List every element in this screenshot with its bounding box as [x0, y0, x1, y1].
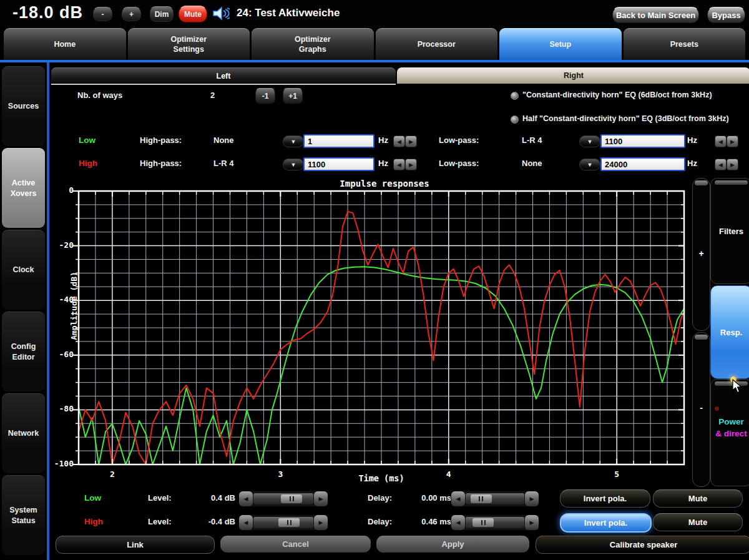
- horn-eq-radio-1[interactable]: [511, 92, 519, 100]
- low-pass-type-dropdown[interactable]: ▼: [579, 159, 600, 170]
- x-axis-label: Time (ms): [358, 473, 404, 483]
- x-tick-label: 3: [273, 469, 288, 479]
- calibrate-speaker-button[interactable]: Calibrate speaker: [536, 536, 749, 554]
- filters-view-button[interactable]: Filters: [710, 178, 749, 284]
- main-tab-bar: Home Optimizer Settings Optimizer Graphs…: [4, 28, 745, 60]
- sidebar-item-clock[interactable]: Clock: [2, 230, 45, 310]
- slider-track[interactable]: [466, 493, 524, 504]
- mute-button[interactable]: Mute: [179, 6, 207, 22]
- graph-zoom-track-lower[interactable]: -: [692, 332, 710, 487]
- sidebar-item-sources[interactable]: Sources: [2, 66, 45, 146]
- zoom-knob[interactable]: [695, 180, 708, 185]
- delay-slider-low[interactable]: ◀ ▶: [451, 491, 539, 507]
- response-view-button[interactable]: Resp.: [710, 285, 749, 379]
- tab-presets[interactable]: Presets: [624, 28, 746, 60]
- high-pass-freq-input[interactable]: [303, 134, 374, 148]
- apply-button[interactable]: Apply: [376, 536, 529, 553]
- y-tick-label: -60: [46, 350, 74, 359]
- slider-handle[interactable]: [471, 494, 492, 503]
- channel-tab-right[interactable]: Right: [397, 67, 749, 84]
- bypass-button[interactable]: Bypass: [707, 7, 745, 23]
- slider-arrow-left[interactable]: ◀: [239, 515, 253, 530]
- chart-title: Impulse responses: [269, 179, 500, 189]
- slider-arrow-left[interactable]: ◀: [239, 491, 253, 506]
- slider-arrow-left[interactable]: ◀: [451, 515, 465, 530]
- status-led: [715, 406, 719, 411]
- sidebar-item-network[interactable]: Network: [2, 393, 45, 473]
- channel-tab-left[interactable]: Left: [51, 67, 396, 85]
- slider-track[interactable]: [253, 493, 313, 504]
- low-pass-type-value: L-R 4: [522, 135, 542, 145]
- hp-freq-step-up[interactable]: ▶: [405, 135, 417, 147]
- slider-track[interactable]: [466, 517, 524, 528]
- hz-unit-label: Hz: [378, 135, 388, 145]
- delay-label: Delay:: [368, 493, 392, 503]
- lp-freq-step-down[interactable]: ◀: [715, 135, 727, 147]
- sidebar-item-system-status[interactable]: System Status: [2, 475, 45, 555]
- level-value: -0.4 dB: [180, 517, 235, 526]
- low-pass-label: Low-pass:: [439, 135, 479, 145]
- invert-polarity-button-low[interactable]: Invert pola.: [560, 489, 650, 508]
- back-to-main-screen-button[interactable]: Back to Main Screen: [612, 7, 699, 23]
- ways-decrement-button[interactable]: -1: [255, 88, 275, 104]
- level-row-high: High Level: -0.4 dB ◀ ▶ Delay: 0.46 ms ◀…: [49, 514, 749, 530]
- speaker-icon: [212, 6, 230, 21]
- zoom-in-label[interactable]: +: [693, 248, 710, 258]
- sidebar-item-config-editor[interactable]: Config Editor: [2, 312, 45, 391]
- mute-button-high[interactable]: Mute: [653, 513, 743, 531]
- y-tick-label: -100: [46, 459, 74, 468]
- slider-track[interactable]: [253, 517, 313, 528]
- hp-freq-step-down[interactable]: ◀: [393, 135, 405, 147]
- slider-arrow-right[interactable]: ▶: [525, 491, 539, 506]
- lp-freq-step-up[interactable]: ▶: [727, 159, 738, 170]
- slider-arrow-right[interactable]: ▶: [314, 491, 328, 506]
- horn-eq-radio-2[interactable]: [511, 115, 519, 124]
- volume-up-button[interactable]: +: [122, 7, 141, 21]
- volume-down-button[interactable]: -: [93, 7, 112, 21]
- low-pass-type-value: None: [522, 159, 542, 168]
- sidebar-item-active-xovers[interactable]: Active Xovers: [2, 148, 45, 228]
- low-pass-type-dropdown[interactable]: ▼: [579, 135, 600, 147]
- tab-processor[interactable]: Processor: [376, 28, 498, 60]
- ways-increment-button[interactable]: +1: [283, 88, 303, 104]
- invert-polarity-button-high[interactable]: Invert pola.: [560, 513, 652, 533]
- high-pass-type-dropdown[interactable]: ▼: [283, 135, 304, 147]
- dim-button[interactable]: Dim: [150, 6, 174, 22]
- graph-zoom-track-upper[interactable]: +: [692, 178, 710, 331]
- tab-optimizer-settings[interactable]: Optimizer Settings: [128, 28, 250, 60]
- high-pass-type-value: None: [213, 135, 234, 145]
- tab-home[interactable]: Home: [4, 28, 126, 60]
- link-button[interactable]: Link: [56, 536, 215, 554]
- high-pass-type-dropdown[interactable]: ▼: [283, 159, 304, 170]
- zoom-out-label[interactable]: -: [693, 403, 710, 413]
- lp-freq-step-up[interactable]: ▶: [727, 135, 738, 147]
- slider-handle[interactable]: [472, 518, 494, 527]
- x-tick-label: 2: [105, 469, 120, 479]
- slider-handle[interactable]: [278, 518, 300, 527]
- level-slider-high[interactable]: ◀ ▶: [238, 514, 328, 531]
- low-pass-freq-input[interactable]: [600, 134, 685, 148]
- high-pass-label: High-pass:: [140, 159, 182, 168]
- preset-title: 24: Test Aktivweiche: [237, 7, 340, 19]
- zoom-knob[interactable]: [695, 335, 708, 340]
- hp-freq-step-down[interactable]: ◀: [393, 159, 405, 170]
- delay-value: 0.00 ms: [403, 493, 451, 503]
- slider-arrow-right[interactable]: ▶: [314, 515, 328, 530]
- cancel-button[interactable]: Cancel: [220, 536, 371, 553]
- power-direct-view-button[interactable]: Power & direct: [710, 379, 749, 486]
- tab-setup[interactable]: Setup: [499, 28, 622, 60]
- slider-arrow-right[interactable]: ▶: [525, 515, 539, 530]
- hp-freq-step-up[interactable]: ▶: [405, 159, 417, 170]
- y-tick-label: -20: [46, 240, 74, 250]
- direct-label: & direct: [715, 428, 747, 440]
- tab-optimizer-graphs[interactable]: Optimizer Graphs: [252, 28, 374, 60]
- mute-button-low[interactable]: Mute: [653, 489, 743, 508]
- low-pass-freq-input[interactable]: [600, 157, 685, 171]
- slider-handle[interactable]: [281, 494, 302, 503]
- slider-arrow-left[interactable]: ◀: [451, 491, 465, 506]
- level-slider-low[interactable]: ◀ ▶: [238, 491, 328, 507]
- high-pass-freq-input[interactable]: [303, 157, 374, 171]
- delay-slider-high[interactable]: ◀ ▶: [451, 514, 539, 531]
- impulse-response-plot: Amplitude (dB) Time (ms) 0-20-40-60-80-1…: [79, 191, 684, 464]
- lp-freq-step-down[interactable]: ◀: [715, 159, 727, 170]
